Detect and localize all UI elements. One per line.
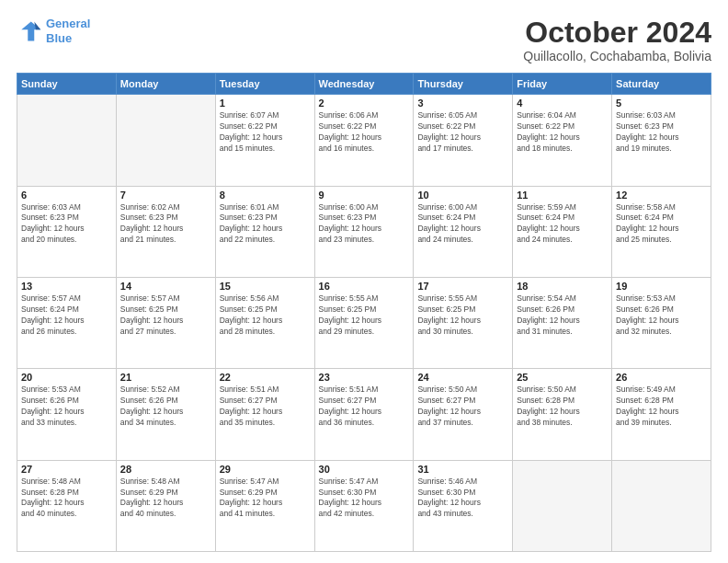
day-info: Sunrise: 5:53 AM Sunset: 6:26 PM Dayligh… <box>21 385 112 429</box>
col-monday: Monday <box>116 74 215 95</box>
day-number: 3 <box>417 98 508 109</box>
col-sunday: Sunday <box>17 74 117 95</box>
day-info: Sunrise: 6:00 AM Sunset: 6:23 PM Dayligh… <box>319 202 410 247</box>
table-row <box>612 460 711 551</box>
day-number: 17 <box>417 281 508 292</box>
day-info: Sunrise: 6:03 AM Sunset: 6:23 PM Dayligh… <box>616 110 707 155</box>
calendar-table: Sunday Monday Tuesday Wednesday Thursday… <box>17 73 711 552</box>
day-info: Sunrise: 6:05 AM Sunset: 6:22 PM Dayligh… <box>417 110 508 155</box>
day-number: 25 <box>517 372 608 383</box>
table-row: 22Sunrise: 5:51 AM Sunset: 6:27 PM Dayli… <box>215 369 314 460</box>
day-number: 9 <box>319 190 410 201</box>
day-number: 6 <box>21 190 112 201</box>
table-row: 6Sunrise: 6:03 AM Sunset: 6:23 PM Daylig… <box>17 186 117 277</box>
table-row <box>513 460 612 551</box>
day-info: Sunrise: 5:55 AM Sunset: 6:25 PM Dayligh… <box>417 293 508 338</box>
calendar-week-row: 20Sunrise: 5:53 AM Sunset: 6:26 PM Dayli… <box>17 369 711 460</box>
day-info: Sunrise: 5:54 AM Sunset: 6:26 PM Dayligh… <box>517 293 608 338</box>
table-row: 11Sunrise: 5:59 AM Sunset: 6:24 PM Dayli… <box>513 186 612 277</box>
col-saturday: Saturday <box>612 74 711 95</box>
logo-text: General Blue <box>46 17 90 45</box>
day-number: 30 <box>319 464 410 475</box>
logo-icon <box>17 18 42 44</box>
svg-marker-0 <box>21 21 40 40</box>
day-info: Sunrise: 5:46 AM Sunset: 6:30 PM Dayligh… <box>417 477 508 521</box>
day-number: 24 <box>417 372 508 383</box>
table-row: 21Sunrise: 5:52 AM Sunset: 6:26 PM Dayli… <box>116 369 215 460</box>
day-number: 1 <box>220 98 311 109</box>
table-row: 10Sunrise: 6:00 AM Sunset: 6:24 PM Dayli… <box>414 186 513 277</box>
day-number: 12 <box>616 190 707 201</box>
col-friday: Friday <box>513 74 612 95</box>
day-info: Sunrise: 6:03 AM Sunset: 6:23 PM Dayligh… <box>21 202 112 247</box>
page: General Blue October 2024 Quillacollo, C… <box>0 0 728 563</box>
table-row: 8Sunrise: 6:01 AM Sunset: 6:23 PM Daylig… <box>215 186 314 277</box>
calendar-week-row: 6Sunrise: 6:03 AM Sunset: 6:23 PM Daylig… <box>17 186 711 277</box>
title-block: October 2024 Quillacollo, Cochabamba, Bo… <box>523 17 711 63</box>
calendar-week-row: 1Sunrise: 6:07 AM Sunset: 6:22 PM Daylig… <box>17 95 711 186</box>
table-row: 5Sunrise: 6:03 AM Sunset: 6:23 PM Daylig… <box>612 95 711 186</box>
day-info: Sunrise: 6:02 AM Sunset: 6:23 PM Dayligh… <box>120 202 211 247</box>
table-row: 23Sunrise: 5:51 AM Sunset: 6:27 PM Dayli… <box>314 369 414 460</box>
day-info: Sunrise: 5:58 AM Sunset: 6:24 PM Dayligh… <box>616 202 707 247</box>
table-row: 12Sunrise: 5:58 AM Sunset: 6:24 PM Dayli… <box>612 186 711 277</box>
calendar-week-row: 13Sunrise: 5:57 AM Sunset: 6:24 PM Dayli… <box>17 277 711 368</box>
day-number: 28 <box>120 464 211 475</box>
table-row: 2Sunrise: 6:06 AM Sunset: 6:22 PM Daylig… <box>314 95 414 186</box>
day-info: Sunrise: 5:47 AM Sunset: 6:29 PM Dayligh… <box>220 477 311 521</box>
calendar-week-row: 27Sunrise: 5:48 AM Sunset: 6:28 PM Dayli… <box>17 460 711 551</box>
logo-line1: General <box>46 17 90 30</box>
day-number: 7 <box>120 190 211 201</box>
day-info: Sunrise: 5:50 AM Sunset: 6:28 PM Dayligh… <box>517 385 608 429</box>
table-row: 14Sunrise: 5:57 AM Sunset: 6:25 PM Dayli… <box>116 277 215 368</box>
day-info: Sunrise: 6:04 AM Sunset: 6:22 PM Dayligh… <box>517 110 608 155</box>
day-info: Sunrise: 5:48 AM Sunset: 6:29 PM Dayligh… <box>120 477 211 521</box>
month-title: October 2024 <box>523 17 711 49</box>
col-tuesday: Tuesday <box>215 74 314 95</box>
day-number: 18 <box>517 281 608 292</box>
col-wednesday: Wednesday <box>314 74 414 95</box>
day-info: Sunrise: 6:06 AM Sunset: 6:22 PM Dayligh… <box>319 110 410 155</box>
calendar-header-row: Sunday Monday Tuesday Wednesday Thursday… <box>17 74 711 95</box>
day-info: Sunrise: 5:51 AM Sunset: 6:27 PM Dayligh… <box>319 385 410 429</box>
day-info: Sunrise: 5:57 AM Sunset: 6:24 PM Dayligh… <box>21 293 112 338</box>
day-info: Sunrise: 6:01 AM Sunset: 6:23 PM Dayligh… <box>220 202 311 247</box>
table-row: 29Sunrise: 5:47 AM Sunset: 6:29 PM Dayli… <box>215 460 314 551</box>
table-row: 16Sunrise: 5:55 AM Sunset: 6:25 PM Dayli… <box>314 277 414 368</box>
day-number: 26 <box>616 372 707 383</box>
day-number: 2 <box>319 98 410 109</box>
table-row: 28Sunrise: 5:48 AM Sunset: 6:29 PM Dayli… <box>116 460 215 551</box>
table-row: 20Sunrise: 5:53 AM Sunset: 6:26 PM Dayli… <box>17 369 117 460</box>
day-number: 16 <box>319 281 410 292</box>
table-row: 18Sunrise: 5:54 AM Sunset: 6:26 PM Dayli… <box>513 277 612 368</box>
day-number: 5 <box>616 98 707 109</box>
logo-line2: Blue <box>46 31 72 45</box>
table-row <box>116 95 215 186</box>
day-number: 15 <box>220 281 311 292</box>
table-row: 19Sunrise: 5:53 AM Sunset: 6:26 PM Dayli… <box>612 277 711 368</box>
table-row: 24Sunrise: 5:50 AM Sunset: 6:27 PM Dayli… <box>414 369 513 460</box>
day-info: Sunrise: 5:51 AM Sunset: 6:27 PM Dayligh… <box>220 385 311 429</box>
day-number: 19 <box>616 281 707 292</box>
col-thursday: Thursday <box>414 74 513 95</box>
day-info: Sunrise: 5:57 AM Sunset: 6:25 PM Dayligh… <box>120 293 211 338</box>
table-row: 1Sunrise: 6:07 AM Sunset: 6:22 PM Daylig… <box>215 95 314 186</box>
day-number: 10 <box>417 190 508 201</box>
table-row: 31Sunrise: 5:46 AM Sunset: 6:30 PM Dayli… <box>414 460 513 551</box>
day-info: Sunrise: 5:47 AM Sunset: 6:30 PM Dayligh… <box>319 477 410 521</box>
table-row: 27Sunrise: 5:48 AM Sunset: 6:28 PM Dayli… <box>17 460 117 551</box>
day-number: 29 <box>220 464 311 475</box>
header: General Blue October 2024 Quillacollo, C… <box>17 17 711 63</box>
day-number: 11 <box>517 190 608 201</box>
day-info: Sunrise: 5:59 AM Sunset: 6:24 PM Dayligh… <box>517 202 608 247</box>
table-row: 30Sunrise: 5:47 AM Sunset: 6:30 PM Dayli… <box>314 460 414 551</box>
location-subtitle: Quillacollo, Cochabamba, Bolivia <box>523 49 711 63</box>
logo: General Blue <box>17 17 90 45</box>
table-row: 13Sunrise: 5:57 AM Sunset: 6:24 PM Dayli… <box>17 277 117 368</box>
table-row: 3Sunrise: 6:05 AM Sunset: 6:22 PM Daylig… <box>414 95 513 186</box>
day-number: 27 <box>21 464 112 475</box>
day-number: 21 <box>120 372 211 383</box>
day-number: 20 <box>21 372 112 383</box>
day-number: 14 <box>120 281 211 292</box>
table-row <box>17 95 117 186</box>
